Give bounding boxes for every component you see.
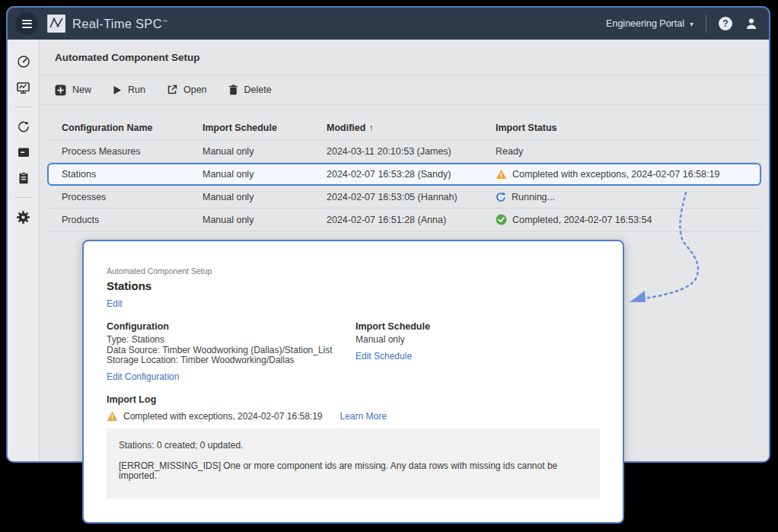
status-text: Ready: [496, 146, 523, 157]
edit-configuration-link[interactable]: Edit Configuration: [107, 371, 179, 382]
configuration-heading: Configuration: [107, 321, 356, 333]
configuration-type: Type: Stations: [107, 335, 356, 346]
status-text: Completed with exceptions, 2024-02-07 16…: [512, 169, 719, 180]
new-button[interactable]: New: [47, 81, 99, 100]
col-header-import-status[interactable]: Import Status: [496, 123, 761, 133]
configuration-data-source: Data Source: Timber Woodworking (Dallas)…: [107, 346, 356, 356]
sidebar-item-sync-icon[interactable]: [14, 116, 33, 136]
import-schedule-section: Import Schedule Manual only Edit Schedul…: [356, 321, 430, 382]
learn-more-link[interactable]: Learn More: [340, 411, 387, 422]
configurations-table: Configuration Name Import Schedule Modif…: [47, 116, 761, 231]
table-row[interactable]: Processes Manual only 2024-02-07 16:53:0…: [47, 186, 761, 209]
import-log-status-text: Completed with exceptions, 2024-02-07 16…: [123, 411, 323, 422]
sidebar-item-monitor-chart-icon[interactable]: [14, 78, 33, 97]
breadcrumb: Automated Component Setup: [107, 266, 600, 276]
open-button-label: Open: [183, 84, 207, 95]
cell-modified: 2024-02-07 16:53:05 (Hannah): [327, 192, 496, 202]
col-header-configuration-name[interactable]: Configuration Name: [62, 123, 202, 133]
new-button-label: New: [72, 84, 91, 95]
cell-modified: 2024-02-07 16:53:28 (Sandy): [327, 169, 496, 180]
configuration-storage-location: Storage Location: Timber Woodworking/Dal…: [107, 355, 356, 366]
title-bar: Real-Time SPC™ Engineering Portal ▾ ?: [8, 8, 769, 40]
warning-icon: [496, 169, 507, 180]
col-header-modified[interactable]: Modified↑: [327, 123, 496, 133]
run-button-label: Run: [128, 84, 145, 95]
configuration-section: Configuration Type: Stations Data Source…: [107, 321, 356, 382]
page-title-bar: Automated Component Setup: [40, 40, 769, 75]
cell-import-status: Completed with exceptions, 2024-02-07 16…: [496, 169, 760, 180]
cell-modified: 2024-02-07 16:51:28 (Anna): [327, 215, 496, 225]
warning-icon: [107, 411, 118, 422]
hamburger-menu-icon[interactable]: [15, 12, 38, 35]
cell-import-schedule: Manual only: [202, 146, 327, 157]
play-icon: [113, 85, 122, 95]
app-title: Real-Time SPC™: [72, 17, 167, 31]
cell-configuration-name: Processes: [62, 192, 202, 202]
sidebar-divider: [15, 197, 32, 198]
cell-import-schedule: Manual only: [202, 169, 327, 180]
table-row-selected[interactable]: Stations Manual only 2024-02-07 16:53:28…: [47, 163, 761, 186]
col-header-import-schedule[interactable]: Import Schedule: [202, 123, 327, 133]
cell-configuration-name: Process Measures: [62, 146, 202, 157]
import-log-status: Completed with exceptions, 2024-02-07 16…: [107, 410, 600, 422]
sort-ascending-icon: ↑: [368, 123, 373, 133]
import-log-output: Stations: 0 created; 0 updated. [ERROR_M…: [107, 428, 600, 499]
app-logo-chart-icon: [47, 14, 65, 33]
portal-dropdown-label: Engineering Portal: [606, 18, 684, 29]
running-refresh-icon: [496, 192, 506, 202]
table-row[interactable]: Products Manual only 2024-02-07 16:51:28…: [47, 209, 761, 231]
cell-import-schedule: Manual only: [202, 192, 327, 202]
table-header-row: Configuration Name Import Schedule Modif…: [47, 116, 761, 140]
status-text: Completed, 2024-02-07 16:53:54: [512, 215, 652, 225]
cell-configuration-name: Products: [62, 215, 202, 225]
detail-title: Stations: [107, 279, 600, 293]
log-line: Stations: 0 created; 0 updated.: [119, 441, 588, 451]
portal-dropdown[interactable]: Engineering Portal ▾: [606, 18, 694, 29]
import-log-heading: Import Log: [107, 394, 600, 406]
import-schedule-value: Manual only: [356, 335, 430, 346]
trademark: ™: [162, 18, 167, 24]
table-row[interactable]: Process Measures Manual only 2024-03-11 …: [47, 140, 761, 163]
plus-square-icon: [55, 84, 66, 96]
edit-link[interactable]: Edit: [107, 298, 123, 309]
cell-import-status: Completed, 2024-02-07 16:53:54: [496, 214, 761, 225]
log-line: [ERROR_MISSING_IDS] One or more componen…: [119, 461, 588, 481]
sidebar-divider: [15, 107, 32, 107]
cell-import-status: Ready: [496, 146, 761, 157]
sidebar-item-clipboard-icon[interactable]: [14, 168, 33, 188]
import-schedule-heading: Import Schedule: [356, 321, 430, 333]
cell-modified: 2024-03-11 20:10:53 (James): [327, 146, 496, 157]
run-button[interactable]: Run: [105, 81, 153, 99]
delete-button-label: Delete: [244, 84, 272, 95]
user-profile-icon[interactable]: [745, 17, 758, 30]
help-icon[interactable]: ?: [719, 17, 732, 30]
cell-import-status: Running...: [496, 192, 761, 202]
open-external-icon: [167, 84, 177, 95]
chevron-down-icon: ▾: [690, 20, 694, 28]
open-button[interactable]: Open: [159, 81, 215, 99]
sidebar-item-settings-gear-icon[interactable]: [14, 207, 33, 227]
cell-import-schedule: Manual only: [202, 215, 327, 225]
detail-panel: Automated Component Setup Stations Edit …: [82, 240, 624, 524]
sidebar-item-dashboard-gauge-icon[interactable]: [14, 52, 33, 72]
cell-configuration-name: Stations: [62, 169, 202, 180]
trash-icon: [228, 84, 238, 95]
titlebar-divider: [706, 14, 706, 33]
sidebar-item-archive-box-icon[interactable]: [14, 142, 33, 162]
edit-schedule-link[interactable]: Edit Schedule: [356, 351, 412, 362]
delete-button[interactable]: Delete: [221, 81, 279, 99]
sidebar-nav: [8, 40, 40, 461]
toolbar: New Run Open: [40, 75, 769, 105]
page-title: Automated Component Setup: [55, 52, 200, 63]
completed-check-icon: [496, 214, 507, 225]
status-text: Running...: [512, 192, 555, 202]
